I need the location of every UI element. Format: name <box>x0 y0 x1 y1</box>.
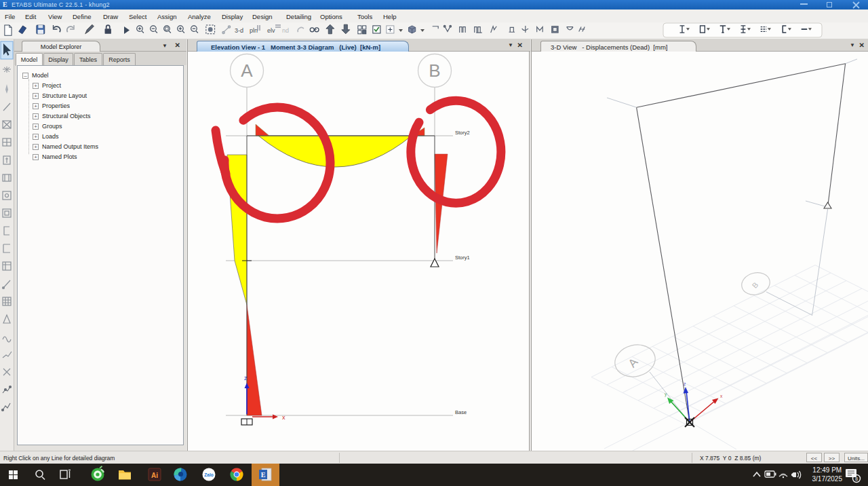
svg-text:E: E <box>261 471 266 479</box>
svg-text:x: x <box>720 394 723 398</box>
svg-text:Base: Base <box>455 409 467 415</box>
svg-text:A: A <box>241 60 253 81</box>
svg-text:Story2: Story2 <box>455 130 470 136</box>
svg-text:Story1: Story1 <box>455 255 470 261</box>
svg-text:B: B <box>750 280 760 289</box>
svg-text:pln: pln <box>250 27 258 34</box>
svg-text:B: B <box>429 60 440 81</box>
svg-text:x: x <box>282 414 285 421</box>
svg-text:8: 8 <box>855 476 858 482</box>
svg-text:nd: nd <box>282 27 289 34</box>
svg-text:z: z <box>684 381 686 386</box>
svg-text:z: z <box>244 375 248 381</box>
svg-text:elv: elv <box>267 27 275 34</box>
svg-text:3-d: 3-d <box>235 27 243 34</box>
svg-text:Ai: Ai <box>151 472 158 479</box>
svg-text:Zalo: Zalo <box>204 472 213 477</box>
